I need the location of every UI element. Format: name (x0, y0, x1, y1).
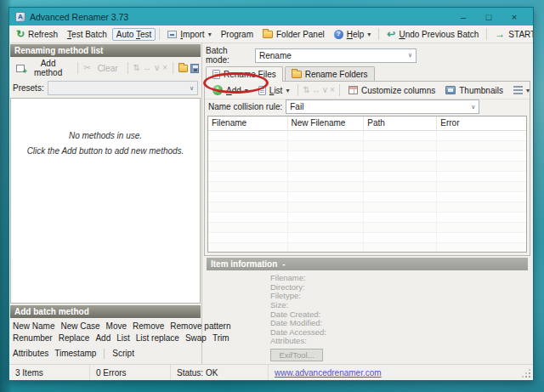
method-script-button[interactable]: Script (112, 348, 134, 360)
list-button[interactable]: List ▾ (254, 84, 294, 97)
table-cell (364, 223, 437, 232)
method-list-empty-area[interactable]: No methods in use. Click the Add button … (10, 98, 201, 304)
thumbnails-button[interactable]: Thumbnails (441, 84, 507, 97)
method-new-name-button[interactable]: New Name (13, 321, 54, 332)
table-row[interactable] (208, 131, 526, 141)
method-list-replace-button[interactable]: List replace (136, 332, 179, 344)
file-table[interactable]: Filename New Filename Path Error (207, 116, 527, 253)
column-header-path[interactable]: Path (364, 116, 437, 130)
add-plus-icon: + (212, 85, 223, 95)
table-row[interactable] (208, 182, 526, 192)
start-batch-button[interactable]: → START BATCH (490, 27, 533, 41)
batch-mode-select[interactable]: Rename ∨ (255, 48, 416, 63)
website-link[interactable]: www.advancedrenamer.com (275, 368, 382, 378)
table-row[interactable] (208, 233, 526, 243)
add-method-button[interactable]: Add method (12, 57, 72, 79)
name-collision-row: Name collision rule: Fail ∨ (205, 99, 530, 116)
dropdown-arrow-icon: ▾ (245, 87, 248, 94)
window-controls: – □ × (450, 12, 527, 22)
main-toolbar: ↻ Refresh Test Batch Auto Test Import ▾ … (9, 26, 533, 43)
table-cell (208, 151, 288, 161)
view-mode-button[interactable]: ▾ (509, 84, 530, 96)
item-information-header[interactable]: Item information - (207, 258, 528, 270)
titlebar[interactable]: A Advanced Renamer 3.73 – □ × (9, 8, 533, 26)
table-row[interactable] (208, 223, 526, 233)
item-information-label: Item information (211, 259, 277, 269)
method-new-case-button[interactable]: New Case (60, 321, 99, 332)
chevron-down-icon: ∨ (408, 52, 412, 59)
move-leftright-icon: ↔ (143, 64, 151, 72)
table-cell (288, 172, 365, 181)
info-field-filename: Filename: (270, 274, 530, 283)
chevron-down-icon: ∨ (154, 64, 160, 72)
resize-grip-icon[interactable] (529, 376, 530, 378)
column-header-error[interactable]: Error (437, 116, 526, 130)
method-renumber-button[interactable]: Renumber (13, 332, 53, 344)
collapse-indicator[interactable]: - (282, 259, 285, 269)
method-replace-button[interactable]: Replace (59, 332, 90, 344)
close-button[interactable]: × (502, 12, 527, 22)
method-attributes-button[interactable]: Attributes (13, 348, 48, 360)
add-files-button[interactable]: + Add ▾ (208, 83, 252, 97)
table-cell (288, 243, 365, 252)
method-add-button[interactable]: Add (95, 332, 110, 344)
save-preset-icon[interactable] (190, 64, 199, 73)
table-cell (288, 141, 365, 151)
table-cell (364, 162, 437, 171)
start-batch-label: START BATCH (508, 30, 533, 39)
table-row[interactable] (208, 202, 526, 213)
clear-button[interactable]: Clear (94, 62, 122, 75)
exiftool-row: ExifTool... (204, 346, 530, 364)
table-row[interactable] (208, 172, 526, 182)
program-button[interactable]: Program (217, 28, 258, 41)
folder-icon (292, 71, 302, 78)
exiftool-button[interactable]: ExifTool... (270, 349, 323, 361)
table-cell (364, 141, 437, 151)
table-header: Filename New Filename Path Error (208, 116, 526, 131)
desktop-background: A Advanced Renamer 3.73 – □ × ↻ Refresh … (0, 0, 544, 392)
tab-rename-folders[interactable]: Rename Folders (285, 66, 375, 81)
tab-rename-files[interactable]: Rename Files (206, 66, 283, 82)
customize-columns-button[interactable]: Customize columns (344, 84, 439, 97)
toolbar-separator (486, 28, 487, 40)
undo-label: Undo Previous Batch (399, 30, 479, 39)
move-updown-icon: ⇅ (133, 64, 140, 72)
clear-label: Clear (98, 64, 118, 73)
folder-panel-label: Folder Panel (276, 30, 325, 39)
table-row[interactable] (208, 243, 526, 252)
column-header-filename[interactable]: Filename (208, 116, 288, 130)
table-row[interactable] (208, 213, 526, 223)
method-remove-button[interactable]: Remove (133, 321, 164, 332)
rename-tabs: Rename Files Rename Folders (204, 66, 530, 81)
minimize-button[interactable]: – (450, 12, 476, 22)
method-list-button[interactable]: List (116, 332, 130, 344)
method-timestamp-button[interactable]: Timestamp (54, 348, 96, 360)
table-cell (364, 182, 437, 191)
table-cell (364, 131, 437, 140)
test-batch-button[interactable]: Test Batch (63, 28, 111, 41)
column-header-new-filename[interactable]: New Filename (288, 116, 365, 130)
undo-previous-batch-button[interactable]: ↩ Undo Previous Batch (382, 27, 483, 41)
toolbar-separator (378, 28, 379, 40)
tab-rename-folders-label: Rename Folders (305, 70, 368, 79)
toolbar-separator (159, 28, 160, 40)
auto-test-button[interactable]: Auto Test (112, 28, 156, 41)
table-cell (288, 182, 365, 191)
help-button[interactable]: ? Help ▾ (330, 28, 376, 41)
table-row[interactable] (208, 192, 526, 202)
folder-panel-button[interactable]: Folder Panel (258, 28, 329, 41)
table-row[interactable] (208, 141, 526, 151)
table-row[interactable] (208, 151, 526, 162)
method-move-button[interactable]: Move (106, 321, 127, 332)
table-cell (208, 172, 288, 181)
open-preset-icon[interactable] (178, 65, 188, 72)
table-row[interactable] (208, 162, 526, 172)
presets-select[interactable]: ∨ (48, 81, 198, 95)
import-button[interactable]: Import ▾ (163, 28, 215, 41)
maximize-button[interactable]: □ (476, 12, 502, 22)
refresh-button[interactable]: ↻ Refresh (12, 27, 62, 41)
name-collision-select[interactable]: Fail ∨ (286, 99, 479, 114)
table-cell (364, 233, 437, 242)
window-title: Advanced Renamer 3.73 (30, 12, 128, 22)
main-area: Renaming method list Add method ✂ Clear … (9, 43, 533, 364)
